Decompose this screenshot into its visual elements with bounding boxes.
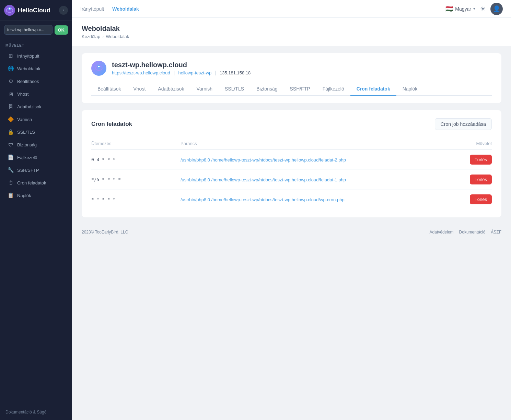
chevron-down-icon: ▾ [473, 7, 475, 11]
table-row: 0 4 * * * /usr/bin/php8.0 /home/hellowp-… [91, 150, 492, 170]
breadcrumb-current: Weboldalak [106, 34, 129, 39]
sidebar-item-cron-feladatok[interactable]: ⏱ Cron feladatok [2, 177, 70, 189]
sidebar-item-label: Cron feladatok [17, 180, 46, 185]
schedule-cell: 0 4 * * * [91, 157, 181, 162]
add-cron-button[interactable]: Cron job hozzáadása [435, 118, 492, 130]
topnav-right: 🇭🇺 Magyar ▾ ☀ 👤 [445, 3, 503, 15]
tab-biztonsag[interactable]: Biztonság [250, 83, 283, 96]
sidebar-item-vhost[interactable]: 🖥 Vhost [2, 88, 70, 100]
site-separator-1: | [174, 70, 175, 75]
schedule-cell: */5 * * * * [91, 177, 181, 182]
site-selector: teszt-wp.hellowp.c... OK [4, 25, 68, 35]
sidebar-item-ssl-tls[interactable]: 🔒 SSL/TLS [2, 126, 70, 138]
schedule-cell: * * * * * [91, 197, 181, 202]
topnav-link-weboldalak[interactable]: Weboldalak [112, 5, 139, 13]
footer-copyright: 2023© TooEarlyBird, LLC [82, 230, 128, 235]
table-row: * * * * * /usr/bin/php8.0 /home/hellowp-… [91, 190, 492, 209]
sidebar-item-label: Fájlkezelő [17, 155, 37, 160]
sidebar-item-label: Adatbázisok [17, 104, 42, 109]
vhost-icon: 🖥 [8, 91, 14, 97]
command-link[interactable]: /usr/bin/php8.0 /home/hellowp-teszt-wp/h… [181, 197, 345, 202]
database-icon: 🗄 [8, 104, 14, 110]
varnish-icon: 🔶 [8, 116, 14, 122]
site-card: teszt-wp.hellowp.cloud https://teszt-wp.… [82, 53, 501, 103]
site-ok-button[interactable]: OK [55, 25, 68, 35]
sidebar-item-iranyitopult[interactable]: ⊞ Irányítópult [2, 50, 70, 62]
command-cell: /usr/bin/php8.0 /home/hellowp-teszt-wp/h… [181, 157, 451, 163]
sidebar-header: HelloCloud ‹ [0, 0, 72, 21]
file-manager-icon: 📄 [8, 154, 14, 160]
sidebar-footer[interactable]: Dokumentáció & Súgó [0, 404, 72, 420]
theme-toggle-button[interactable]: ☀ [480, 5, 486, 13]
sidebar-item-label: Naplók [17, 193, 31, 198]
site-slug-link[interactable]: hellowp-teszt-wp [178, 70, 211, 75]
shield-icon: 🛡 [8, 142, 14, 148]
site-avatar [91, 61, 106, 76]
delete-button[interactable]: Törlés [470, 175, 492, 184]
logs-icon: 📋 [8, 192, 14, 199]
sidebar-item-label: Biztonság [17, 142, 37, 147]
collapse-button[interactable]: ‹ [59, 6, 68, 15]
tab-fajlkezelo[interactable]: Fájlkezelő [316, 83, 350, 96]
site-url-link[interactable]: https://teszt-wp.hellowp.cloud [112, 70, 170, 75]
logo-icon [4, 5, 15, 16]
svg-point-3 [9, 8, 11, 10]
language-selector[interactable]: 🇭🇺 Magyar ▾ [445, 5, 475, 13]
content-area: Weboldalak Kezdőlap › Weboldalak teszt-w… [72, 18, 511, 420]
breadcrumb-home: Kezdőlap [82, 34, 100, 39]
topnav-link-iranyitopult[interactable]: Irányítópult [80, 5, 104, 13]
col-header-command: Parancs [181, 141, 451, 146]
flag-icon: 🇭🇺 [445, 5, 453, 13]
sidebar-item-label: Irányítópult [17, 53, 39, 59]
svg-point-0 [4, 5, 15, 16]
sidebar-item-label: Vhost [17, 92, 28, 97]
delete-button[interactable]: Törlés [470, 155, 492, 165]
dashboard-icon: ⊞ [8, 53, 14, 59]
sidebar-item-label: SSL/TLS [17, 130, 35, 135]
command-link[interactable]: /usr/bin/php8.0 /home/hellowp-teszt-wp/h… [181, 177, 346, 182]
site-tabs: Beállítások Vhost Adatbázisok Varnish SS… [91, 83, 492, 96]
tab-adatbazisok[interactable]: Adatbázisok [152, 83, 190, 96]
topnav: Irányítópult Weboldalak 🇭🇺 Magyar ▾ ☀ 👤 [72, 0, 511, 18]
sidebar-item-fajlkezelo[interactable]: 📄 Fájlkezelő [2, 151, 70, 164]
logo-text: HelloCloud [18, 7, 50, 14]
tab-ssl-tls[interactable]: SSL/TLS [219, 83, 250, 96]
footer-links: Adatvédelem Dokumentáció ÁSZF [430, 230, 501, 235]
table-header: Ütemezés Parancs Művelet [91, 138, 492, 150]
page-title: Weboldalak [82, 25, 501, 33]
site-ip: 135.181.158.18 [220, 70, 251, 75]
site-dropdown[interactable]: teszt-wp.hellowp.c... [4, 25, 53, 35]
sidebar-item-label: Varnish [17, 117, 32, 122]
tab-vhost[interactable]: Vhost [127, 83, 152, 96]
sidebar-item-adatbazisok[interactable]: 🗄 Adatbázisok [2, 100, 70, 113]
section-title: Cron feladatok [91, 121, 132, 128]
command-cell: /usr/bin/php8.0 /home/hellowp-teszt-wp/h… [181, 197, 451, 202]
tab-naplok[interactable]: Naplók [396, 83, 424, 96]
websites-icon: 🌐 [8, 65, 14, 72]
sidebar-item-naplok[interactable]: 📋 Naplók [2, 189, 70, 202]
sidebar-item-ssh-sftp[interactable]: 🔧 SSH/SFTP [2, 164, 70, 176]
footer-company: TooEarlyBird, LLC [95, 230, 128, 235]
tab-beallitasok[interactable]: Beállítások [91, 83, 127, 96]
site-info: teszt-wp.hellowp.cloud https://teszt-wp.… [112, 61, 251, 75]
main-area: Irányítópult Weboldalak 🇭🇺 Magyar ▾ ☀ 👤 … [72, 0, 511, 420]
footer-link-aszf[interactable]: ÁSZF [491, 230, 501, 235]
nav-section-label: MŰVELET [0, 39, 72, 49]
delete-button[interactable]: Törlés [470, 194, 492, 204]
sidebar-item-beallitasok[interactable]: ⚙ Beállítások [2, 75, 70, 87]
sidebar-item-weboldalak[interactable]: 🌐 Weboldalak [2, 62, 70, 75]
avatar[interactable]: 👤 [490, 3, 503, 15]
ssh-icon: 🔧 [8, 167, 14, 173]
sidebar-item-label: Beállítások [17, 79, 39, 84]
command-link[interactable]: /usr/bin/php8.0 /home/hellowp-teszt-wp/h… [181, 157, 346, 163]
tab-varnish[interactable]: Varnish [190, 83, 219, 96]
section-header: Cron feladatok Cron job hozzáadása [91, 118, 492, 130]
tab-ssh-ftp[interactable]: SSH/FTP [284, 83, 316, 96]
col-header-action: Művelet [451, 141, 492, 146]
tab-cron-feladatok[interactable]: Cron feladatok [350, 83, 396, 96]
sidebar-item-varnish[interactable]: 🔶 Varnish [2, 113, 70, 125]
sidebar-item-biztonsag[interactable]: 🛡 Biztonság [2, 139, 70, 151]
footer-link-adatvédelem[interactable]: Adatvédelem [430, 230, 454, 235]
language-label: Magyar [455, 6, 471, 12]
footer-link-dokumentacio[interactable]: Dokumentáció [459, 230, 486, 235]
